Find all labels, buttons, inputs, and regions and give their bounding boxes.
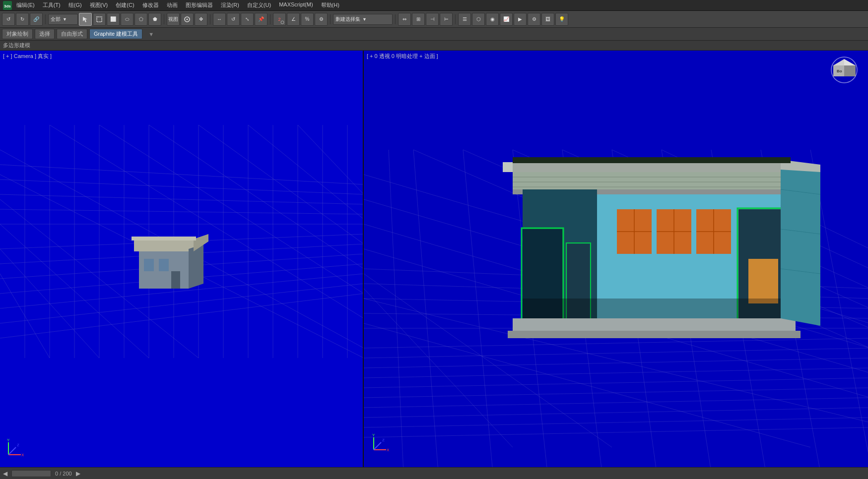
- ribbon-status-label: 多边形建模: [0, 41, 868, 51]
- title-bar: 3ds 编辑(E)工具(T)组(G)视图(V)创建(C)修改器动画图形编辑器渲染…: [0, 0, 868, 11]
- schematic-button[interactable]: ⬡: [472, 13, 485, 26]
- viewports-container: [ + ] Camera ] 真实 ]: [0, 51, 868, 467]
- menu-item[interactable]: 创建(C): [114, 1, 135, 9]
- svg-text:Y: Y: [7, 438, 10, 442]
- ribbon-tab[interactable]: 选择: [35, 29, 55, 39]
- svg-rect-127: [508, 331, 801, 338]
- building-small: [129, 229, 218, 308]
- orbit-button[interactable]: [181, 13, 194, 26]
- svg-rect-51: [144, 259, 154, 271]
- redo-button[interactable]: ↻: [16, 13, 29, 26]
- snap2d-button[interactable]: 2: [273, 13, 286, 26]
- svg-point-6: [281, 21, 284, 24]
- svg-rect-48: [134, 239, 194, 251]
- align2-button[interactable]: ⊢: [440, 13, 453, 26]
- pan-button[interactable]: ✥: [195, 13, 207, 26]
- fence-select-button[interactable]: ⬠: [134, 13, 147, 26]
- svg-rect-134: [513, 157, 791, 163]
- lasso-select-button[interactable]: ⬟: [148, 13, 161, 26]
- curve-editor-button[interactable]: 📈: [500, 13, 513, 26]
- select-region-button[interactable]: [93, 13, 106, 26]
- render-setup-button[interactable]: ⚙: [528, 13, 540, 26]
- viewport-right-canvas: Bo X Y Z: [364, 51, 868, 467]
- ribbon-tab[interactable]: 自由形式: [57, 29, 87, 39]
- menu-item[interactable]: 动画: [165, 1, 179, 9]
- ribbon-toolbar: 对象绘制选择自由形式Graphite 建模工具 ▼: [0, 28, 868, 41]
- axis-indicator-right: X Y Z: [371, 432, 391, 452]
- align-button[interactable]: ⊣: [426, 13, 439, 26]
- menu-item[interactable]: 图形编辑器: [184, 1, 214, 9]
- bottom-status-bar: ◀ 0 / 200 ▶: [0, 467, 868, 479]
- undo-button[interactable]: ↺: [2, 13, 15, 26]
- select-button[interactable]: [79, 13, 92, 26]
- svg-marker-49: [189, 244, 203, 289]
- ribbon-tab[interactable]: 对象绘制: [2, 29, 33, 39]
- material-button[interactable]: ◉: [486, 13, 499, 26]
- frame-progress-bar: [11, 470, 51, 477]
- move-button[interactable]: ↔: [213, 13, 226, 26]
- svg-text:Bo: Bo: [837, 69, 842, 73]
- view-button[interactable]: 视图: [167, 13, 180, 26]
- frame-counter: 0 / 200: [55, 471, 72, 477]
- svg-line-57: [8, 447, 16, 455]
- array-button[interactable]: ⊞: [412, 13, 425, 26]
- ribbon-settings-icon[interactable]: ▼: [148, 31, 154, 37]
- circle-select-button[interactable]: ⬭: [121, 13, 134, 26]
- menu-item[interactable]: 编辑(E): [15, 1, 36, 9]
- angle-snap-button[interactable]: ∠: [287, 13, 300, 26]
- nav-cube[interactable]: Bo: [831, 57, 858, 84]
- svg-rect-133: [523, 299, 781, 318]
- mirror-button[interactable]: ⇔: [398, 13, 411, 26]
- svg-text:X: X: [387, 448, 390, 452]
- svg-rect-54: [132, 237, 196, 240]
- axis-indicator-left: X Y Z: [6, 437, 26, 457]
- svg-rect-3: [97, 17, 102, 22]
- menu-item[interactable]: MAXScript(M): [277, 1, 314, 9]
- svg-text:X: X: [21, 453, 24, 457]
- svg-marker-2: [83, 17, 87, 22]
- svg-point-5: [187, 18, 188, 20]
- svg-marker-135: [844, 59, 856, 65]
- svg-text:Z: Z: [17, 443, 19, 447]
- svg-rect-53: [171, 271, 180, 289]
- svg-line-143: [374, 442, 381, 450]
- main-toolbar: ↺ ↻ 🔗 全部 ▼ ⬜ ⬭ ⬠ ⬟ 视图 ✥ ↔ ↺ ⤡ 📌 2 ∠ % ⚙: [0, 11, 868, 28]
- render-button[interactable]: ▶: [514, 13, 527, 26]
- selection-set-dropdown[interactable]: 删建选择集 ▼: [333, 14, 393, 25]
- svg-marker-138: [844, 65, 856, 76]
- next-frame-button[interactable]: ▶: [76, 470, 80, 477]
- menu-item[interactable]: 视图(V): [88, 1, 110, 9]
- menu-bar: 编辑(E)工具(T)组(G)视图(V)创建(C)修改器动画图形编辑器渲染(R)自…: [15, 1, 341, 9]
- menu-item[interactable]: 组(G): [67, 1, 83, 9]
- menu-item[interactable]: 自定义(U): [246, 1, 272, 9]
- svg-rect-52: [159, 259, 169, 271]
- menu-item[interactable]: 工具(T): [41, 1, 62, 9]
- viewport-perspective[interactable]: [ + 0 透视 0 明暗处理 + 边面 ]: [364, 51, 868, 467]
- place-button[interactable]: 📌: [255, 13, 267, 26]
- viewport-camera[interactable]: [ + ] Camera ] 真实 ]: [0, 51, 364, 467]
- svg-marker-136: [833, 59, 844, 65]
- menu-item[interactable]: 修改器: [141, 1, 160, 9]
- link-button[interactable]: 🔗: [30, 13, 43, 26]
- percent-snap-button[interactable]: %: [301, 13, 314, 26]
- svg-text:Z: Z: [382, 438, 385, 442]
- svg-text:3ds: 3ds: [4, 4, 11, 8]
- svg-text:Y: Y: [372, 433, 375, 437]
- svg-rect-125: [748, 259, 778, 303]
- menu-item[interactable]: 帮助(H): [320, 1, 341, 9]
- select-filter-dropdown[interactable]: 全部 ▼: [48, 14, 78, 25]
- activeshade-button[interactable]: 💡: [555, 13, 568, 26]
- layer-button[interactable]: ☰: [458, 13, 471, 26]
- spinner-snap-button[interactable]: ⚙: [315, 13, 328, 26]
- app-logo: 3ds: [3, 1, 12, 10]
- render-frame-button[interactable]: 🖼: [541, 13, 554, 26]
- rect-select-button[interactable]: ⬜: [107, 13, 120, 26]
- rotate-button[interactable]: ↺: [227, 13, 240, 26]
- viewport-left-canvas: X Y Z: [0, 51, 363, 467]
- ribbon-tab[interactable]: Graphite 建模工具: [89, 29, 142, 39]
- svg-marker-128: [781, 162, 820, 326]
- building-large: [463, 130, 868, 378]
- menu-item[interactable]: 渲染(R): [219, 1, 241, 9]
- prev-frame-button[interactable]: ◀: [3, 470, 7, 477]
- scale-button[interactable]: ⤡: [241, 13, 254, 26]
